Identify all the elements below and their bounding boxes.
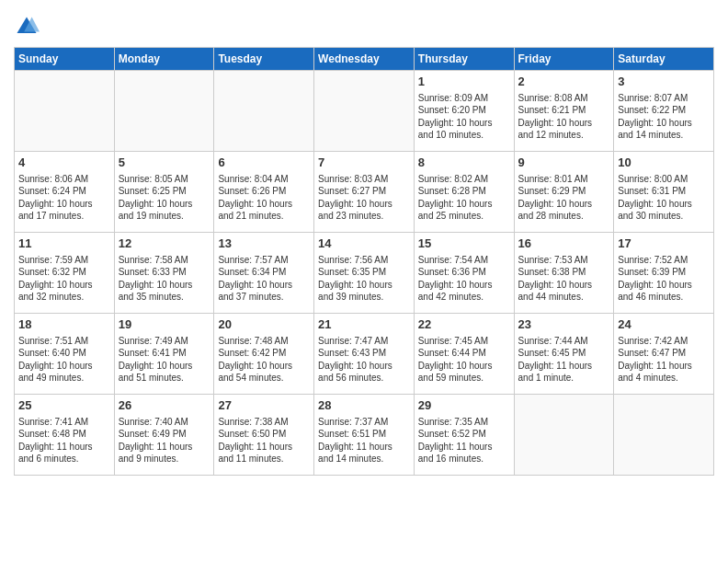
calendar-cell: 21Sunrise: 7:47 AM Sunset: 6:43 PM Dayli… [314,314,415,395]
day-info: Sunrise: 7:53 AM Sunset: 6:38 PM Dayligh… [518,254,610,304]
day-number: 1 [418,74,510,90]
day-info: Sunrise: 7:37 AM Sunset: 6:51 PM Dayligh… [318,416,410,465]
col-header-friday: Friday [514,48,614,71]
calendar-cell: 5Sunrise: 8:05 AM Sunset: 6:25 PM Daylig… [114,152,214,233]
col-header-monday: Monday [114,48,214,71]
day-number: 17 [618,236,710,252]
day-info: Sunrise: 8:03 AM Sunset: 6:27 PM Dayligh… [318,173,410,223]
day-info: Sunrise: 7:35 AM Sunset: 6:52 PM Dayligh… [418,416,510,465]
calendar-cell: 11Sunrise: 7:59 AM Sunset: 6:32 PM Dayli… [15,233,115,314]
day-number: 13 [218,236,310,252]
calendar-cell: 24Sunrise: 7:42 AM Sunset: 6:47 PM Dayli… [614,314,714,395]
day-info: Sunrise: 8:01 AM Sunset: 6:29 PM Dayligh… [518,173,610,223]
day-number: 21 [318,316,410,333]
calendar-header-row: SundayMondayTuesdayWednesdayThursdayFrid… [15,48,714,71]
day-number: 15 [418,236,510,252]
day-info: Sunrise: 8:02 AM Sunset: 6:28 PM Dayligh… [418,173,510,223]
col-header-tuesday: Tuesday [214,48,314,71]
calendar-cell: 3Sunrise: 8:07 AM Sunset: 6:22 PM Daylig… [614,71,714,152]
calendar-table: SundayMondayTuesdayWednesdayThursdayFrid… [14,47,714,476]
day-number: 6 [218,155,310,171]
day-info: Sunrise: 7:51 AM Sunset: 6:40 PM Dayligh… [18,335,110,385]
day-number: 10 [618,155,710,171]
calendar-cell: 4Sunrise: 8:06 AM Sunset: 6:24 PM Daylig… [15,152,115,233]
col-header-sunday: Sunday [15,48,115,71]
day-info: Sunrise: 8:06 AM Sunset: 6:24 PM Dayligh… [18,173,110,223]
day-number: 22 [418,316,510,333]
day-number: 9 [518,155,610,171]
day-number: 24 [618,316,710,333]
calendar-cell: 22Sunrise: 7:45 AM Sunset: 6:44 PM Dayli… [414,314,514,395]
day-number: 26 [119,397,210,414]
day-info: Sunrise: 7:58 AM Sunset: 6:33 PM Dayligh… [119,254,210,304]
calendar-cell: 14Sunrise: 7:56 AM Sunset: 6:35 PM Dayli… [314,233,415,314]
day-info: Sunrise: 8:00 AM Sunset: 6:31 PM Dayligh… [618,173,710,223]
logo-icon [14,14,40,40]
day-info: Sunrise: 7:48 AM Sunset: 6:42 PM Dayligh… [218,335,310,385]
col-header-thursday: Thursday [414,48,514,71]
day-number: 14 [318,236,410,252]
calendar-cell: 7Sunrise: 8:03 AM Sunset: 6:27 PM Daylig… [314,152,415,233]
day-number: 3 [618,74,710,90]
day-info: Sunrise: 8:08 AM Sunset: 6:21 PM Dayligh… [518,92,610,142]
calendar-cell: 17Sunrise: 7:52 AM Sunset: 6:39 PM Dayli… [614,233,714,314]
calendar-cell: 12Sunrise: 7:58 AM Sunset: 6:33 PM Dayli… [114,233,214,314]
day-info: Sunrise: 7:42 AM Sunset: 6:47 PM Dayligh… [618,335,710,385]
page-header [14,9,714,40]
calendar-cell [614,395,714,476]
calendar-cell [314,71,415,152]
logo [14,14,43,40]
day-number: 12 [119,236,210,252]
calendar-cell: 29Sunrise: 7:35 AM Sunset: 6:52 PM Dayli… [414,395,514,476]
calendar-week-row: 18Sunrise: 7:51 AM Sunset: 6:40 PM Dayli… [15,314,714,395]
calendar-cell: 27Sunrise: 7:38 AM Sunset: 6:50 PM Dayli… [214,395,314,476]
day-info: Sunrise: 7:57 AM Sunset: 6:34 PM Dayligh… [218,254,310,304]
day-number: 8 [418,155,510,171]
calendar-cell: 28Sunrise: 7:37 AM Sunset: 6:51 PM Dayli… [314,395,415,476]
calendar-cell: 2Sunrise: 8:08 AM Sunset: 6:21 PM Daylig… [514,71,614,152]
calendar-cell: 1Sunrise: 8:09 AM Sunset: 6:20 PM Daylig… [414,71,514,152]
day-info: Sunrise: 7:47 AM Sunset: 6:43 PM Dayligh… [318,335,410,385]
calendar-cell: 26Sunrise: 7:40 AM Sunset: 6:49 PM Dayli… [114,395,214,476]
day-number: 25 [18,397,110,414]
day-number: 29 [418,397,510,414]
day-number: 2 [518,74,610,90]
day-info: Sunrise: 7:49 AM Sunset: 6:41 PM Dayligh… [119,335,210,385]
calendar-week-row: 25Sunrise: 7:41 AM Sunset: 6:48 PM Dayli… [15,395,714,476]
day-number: 27 [218,397,310,414]
day-info: Sunrise: 7:56 AM Sunset: 6:35 PM Dayligh… [318,254,410,304]
col-header-saturday: Saturday [614,48,714,71]
calendar-cell: 13Sunrise: 7:57 AM Sunset: 6:34 PM Dayli… [214,233,314,314]
calendar-cell: 15Sunrise: 7:54 AM Sunset: 6:36 PM Dayli… [414,233,514,314]
day-info: Sunrise: 7:41 AM Sunset: 6:48 PM Dayligh… [18,416,110,465]
day-number: 4 [18,155,110,171]
calendar-week-row: 4Sunrise: 8:06 AM Sunset: 6:24 PM Daylig… [15,152,714,233]
day-number: 20 [218,316,310,333]
page-container: SundayMondayTuesdayWednesdayThursdayFrid… [0,0,728,485]
calendar-cell [214,71,314,152]
day-info: Sunrise: 7:52 AM Sunset: 6:39 PM Dayligh… [618,254,710,304]
calendar-cell [15,71,115,152]
calendar-cell: 8Sunrise: 8:02 AM Sunset: 6:28 PM Daylig… [414,152,514,233]
day-number: 11 [18,236,110,252]
calendar-cell: 25Sunrise: 7:41 AM Sunset: 6:48 PM Dayli… [15,395,115,476]
day-info: Sunrise: 7:40 AM Sunset: 6:49 PM Dayligh… [119,416,210,465]
day-info: Sunrise: 8:04 AM Sunset: 6:26 PM Dayligh… [218,173,310,223]
day-number: 5 [119,155,210,171]
day-info: Sunrise: 8:05 AM Sunset: 6:25 PM Dayligh… [119,173,210,223]
day-info: Sunrise: 8:09 AM Sunset: 6:20 PM Dayligh… [418,92,510,142]
calendar-cell [114,71,214,152]
calendar-cell [514,395,614,476]
calendar-cell: 6Sunrise: 8:04 AM Sunset: 6:26 PM Daylig… [214,152,314,233]
day-info: Sunrise: 7:54 AM Sunset: 6:36 PM Dayligh… [418,254,510,304]
col-header-wednesday: Wednesday [314,48,415,71]
day-number: 28 [318,397,410,414]
calendar-week-row: 1Sunrise: 8:09 AM Sunset: 6:20 PM Daylig… [15,71,714,152]
calendar-week-row: 11Sunrise: 7:59 AM Sunset: 6:32 PM Dayli… [15,233,714,314]
calendar-cell: 9Sunrise: 8:01 AM Sunset: 6:29 PM Daylig… [514,152,614,233]
day-info: Sunrise: 7:59 AM Sunset: 6:32 PM Dayligh… [18,254,110,304]
calendar-cell: 18Sunrise: 7:51 AM Sunset: 6:40 PM Dayli… [15,314,115,395]
day-number: 23 [518,316,610,333]
calendar-cell: 23Sunrise: 7:44 AM Sunset: 6:45 PM Dayli… [514,314,614,395]
calendar-cell: 10Sunrise: 8:00 AM Sunset: 6:31 PM Dayli… [614,152,714,233]
